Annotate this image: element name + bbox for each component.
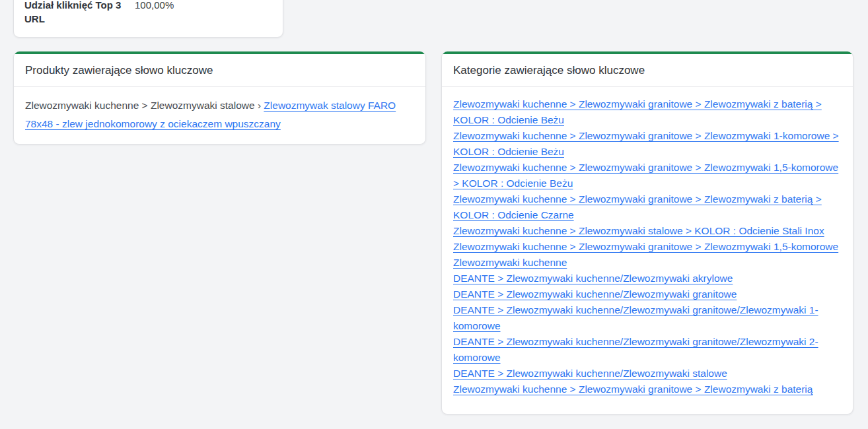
category-link[interactable]: DEANTE > Zlewozmywaki kuchenne/Zlewozmyw…: [453, 368, 727, 379]
metric-card: Udział kliknięć Top 3 URL 100,00%: [13, 0, 283, 38]
category-link[interactable]: Zlewozmywaki kuchenne > Zlewozmywaki gra…: [453, 193, 822, 220]
metric-row: Udział kliknięć Top 3 URL 100,00%: [24, 0, 272, 26]
category-link[interactable]: DEANTE > Zlewozmywaki kuchenne/Zlewozmyw…: [453, 273, 733, 284]
product-breadcrumb-prefix: Zlewozmywaki kuchenne > Zlewozmywaki sta…: [25, 100, 264, 111]
product-breadcrumb: Zlewozmywaki kuchenne > Zlewozmywaki sta…: [25, 96, 414, 133]
list-item: Zlewozmywaki kuchenne > Zlewozmywaki gra…: [453, 239, 842, 255]
category-link[interactable]: Zlewozmywaki kuchenne > Zlewozmywaki gra…: [453, 241, 838, 252]
category-link[interactable]: Zlewozmywaki kuchenne > Zlewozmywaki sta…: [453, 225, 824, 236]
categories-card-title: Kategorie zawierające słowo kluczowe: [442, 54, 853, 87]
category-link[interactable]: Zlewozmywaki kuchenne > Zlewozmywaki gra…: [453, 162, 838, 189]
category-link[interactable]: Zlewozmywaki kuchenne > Zlewozmywaki gra…: [453, 130, 839, 157]
products-card-body: Zlewozmywaki kuchenne > Zlewozmywaki sta…: [14, 87, 425, 144]
list-item: Zlewozmywaki kuchenne > Zlewozmywaki gra…: [453, 128, 842, 160]
list-item: Zlewozmywaki kuchenne > Zlewozmywaki gra…: [453, 381, 842, 397]
products-card-title: Produkty zawierające słowo kluczowe: [14, 54, 425, 87]
list-item: Zlewozmywaki kuchenne > Zlewozmywaki gra…: [453, 96, 842, 128]
list-item: Zlewozmywaki kuchenne > Zlewozmywaki sta…: [453, 223, 842, 239]
list-item: DEANTE > Zlewozmywaki kuchenne/Zlewozmyw…: [453, 366, 842, 381]
category-link[interactable]: DEANTE > Zlewozmywaki kuchenne/Zlewozmyw…: [453, 288, 737, 300]
list-item: DEANTE > Zlewozmywaki kuchenne/Zlewozmyw…: [453, 334, 842, 366]
page: Udział kliknięć Top 3 URL 100,00% Produk…: [0, 0, 868, 429]
category-link[interactable]: DEANTE > Zlewozmywaki kuchenne/Zlewozmyw…: [453, 336, 818, 363]
category-link[interactable]: Zlewozmywaki kuchenne > Zlewozmywaki gra…: [453, 98, 822, 125]
categories-card-body: Zlewozmywaki kuchenne > Zlewozmywaki gra…: [442, 87, 853, 408]
category-link[interactable]: Zlewozmywaki kuchenne: [453, 257, 567, 268]
list-item: DEANTE > Zlewozmywaki kuchenne/Zlewozmyw…: [453, 271, 842, 286]
category-link[interactable]: DEANTE > Zlewozmywaki kuchenne/Zlewozmyw…: [453, 304, 818, 331]
metric-value: 100,00%: [135, 0, 174, 12]
list-item: Zlewozmywaki kuchenne: [453, 255, 842, 271]
category-link[interactable]: Zlewozmywaki kuchenne > Zlewozmywaki gra…: [453, 383, 813, 395]
products-card: Produkty zawierające słowo kluczowe Zlew…: [13, 51, 426, 145]
list-item: DEANTE > Zlewozmywaki kuchenne/Zlewozmyw…: [453, 286, 842, 302]
list-item: DEANTE > Zlewozmywaki kuchenne/Zlewozmyw…: [453, 302, 842, 334]
categories-card: Kategorie zawierające słowo kluczowe Zle…: [441, 51, 853, 414]
list-item: Zlewozmywaki kuchenne > Zlewozmywaki gra…: [453, 191, 842, 223]
list-item: Zlewozmywaki kuchenne > Zlewozmywaki gra…: [453, 160, 842, 191]
metric-label: Udział kliknięć Top 3 URL: [24, 0, 135, 26]
category-list: Zlewozmywaki kuchenne > Zlewozmywaki gra…: [453, 96, 842, 397]
